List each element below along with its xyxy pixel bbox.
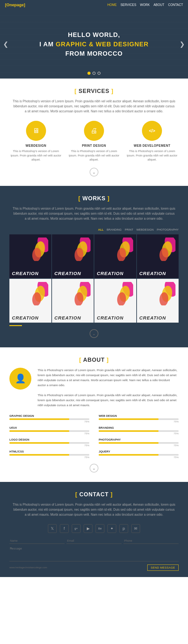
scroll-down-icon[interactable]: ⌄ [90, 168, 98, 176]
about-text: This is Photoshop's version of Lorem ips… [38, 368, 179, 408]
nav-links: HOME SERVICES WORK ABOUT CONTACT [107, 3, 183, 7]
works-desc: This is Photoshop's version of Lorem Ips… [13, 206, 175, 221]
filter-branding[interactable]: BRANDING [107, 228, 122, 231]
work-label: CREATION [55, 315, 81, 320]
work-item[interactable]: CREATION [94, 279, 136, 323]
work-item[interactable]: CREATION [137, 234, 179, 278]
contact-social: 𝕏 f g+ ▶ Be ✦ 𝕡 ✉ [9, 524, 179, 533]
work-item[interactable]: CREATION [52, 234, 94, 278]
social-dribbble[interactable]: ✦ [107, 524, 116, 533]
service-icon-print: 🖨 [84, 121, 104, 141]
hero-arrow-right[interactable]: ❯ [180, 40, 185, 48]
hero-heading: HELLO WORLD, I AM GRAPHIC & WEB DESIGNER… [39, 30, 149, 58]
social-facebook[interactable]: f [60, 524, 69, 533]
works-scroll-icon[interactable]: ⌄ [90, 329, 98, 338]
work-item[interactable]: CREATION [9, 279, 51, 323]
service-desc-webdev: This is Photoshop's version of Lorem ips… [126, 149, 179, 162]
social-pinterest[interactable]: 𝕡 [119, 524, 128, 533]
contact-url: www.heritagechristiancollege.com [9, 566, 47, 569]
skill-html-css: HTML/CSS 75% [9, 450, 89, 459]
skill-logo-design: LOGO DESIGN 75% [9, 438, 89, 447]
service-desc-print: This is Photoshop's version of Lorem ips… [67, 149, 120, 162]
work-label: CREATION [97, 315, 123, 320]
contact-message-input[interactable] [9, 546, 179, 561]
work-item[interactable]: CREATION [52, 279, 94, 323]
work-label: CREATION [97, 271, 123, 276]
service-name-print: PRINT DESIGN [67, 144, 120, 147]
skill-branding: BRANDING 75% [99, 426, 179, 435]
services-section: [ SERVICES ] This is Photoshop's version… [0, 79, 188, 186]
about-section: [ ABOUT ] 👤 This is Photoshop's version … [0, 347, 188, 482]
service-name-webdesign: WEBDESIGN [9, 144, 62, 147]
nav-services[interactable]: SERVICES [120, 3, 136, 7]
hero-dot-2[interactable] [92, 72, 96, 75]
social-behance[interactable]: Be [96, 524, 104, 533]
contact-fields-row [9, 538, 179, 544]
nav-contact[interactable]: CONTACT [168, 3, 183, 7]
skill-jquery: JQUERY 75% [99, 450, 179, 459]
filter-webdesign[interactable]: WEBDESIGN [136, 228, 154, 231]
services-scroll-down[interactable]: ⌄ [9, 168, 179, 176]
filter-photography[interactable]: PHOTOGRAPHY [157, 228, 179, 231]
skill-graphic-design: GRAPHIC DESIGN 75% [9, 414, 89, 423]
nav-home[interactable]: HOME [107, 3, 117, 7]
contact-email-input[interactable] [66, 538, 122, 544]
services-desc: This is Photoshop's version of Lorem Ips… [13, 99, 175, 114]
service-icon-webdev: </> [142, 121, 162, 141]
service-name-webdev: WEB DEVELOPEMENT [126, 144, 179, 147]
send-button[interactable]: SEND MESSAGE [147, 565, 179, 571]
contact-section: [ CONTACT ] This is Photoshop's version … [0, 482, 188, 577]
bracket-open: [ [75, 88, 79, 94]
service-icon-webdesign: 🖥 [26, 121, 46, 141]
work-item[interactable]: CREATION [94, 234, 136, 278]
nav-work[interactable]: WORK [140, 3, 150, 7]
social-email[interactable]: ✉ [131, 524, 140, 533]
works-grid: CREATION CREATION CREATION [9, 234, 179, 323]
work-label: CREATION [12, 315, 39, 320]
nav-logo[interactable]: [Onepage] [5, 3, 25, 7]
hero-dot-3[interactable] [97, 72, 101, 75]
contact-phone-input[interactable] [123, 538, 179, 544]
social-twitter[interactable]: 𝕏 [48, 524, 57, 533]
skills-grid: GRAPHIC DESIGN 75% WEB DESIGN 75% UI/UX … [9, 414, 179, 459]
hero-section: ❮ HELLO WORLD, I AM GRAPHIC & WEB DESIGN… [0, 10, 188, 79]
work-label: CREATION [55, 271, 81, 276]
bracket-close: ] [109, 88, 113, 94]
hero-content: HELLO WORLD, I AM GRAPHIC & WEB DESIGNER… [39, 30, 149, 58]
work-label: CREAtION [139, 315, 166, 320]
skill-ui-ux: UI/UX 75% [9, 426, 89, 435]
about-content: 👤 This is Photoshop's version of Lorem i… [9, 368, 179, 408]
filter-all[interactable]: ALL [98, 228, 104, 231]
works-yellow-line [9, 325, 22, 326]
works-scroll-down[interactable]: ⌄ [9, 329, 179, 338]
social-googleplus[interactable]: g+ [72, 524, 81, 533]
filter-print[interactable]: PRINT [125, 228, 133, 231]
service-desc-webdesign: This is Photoshop's version of Lorem ips… [9, 149, 62, 162]
services-title: [ SERVICES ] [9, 88, 179, 95]
contact-form: www.heritagechristiancollege.com SEND ME… [9, 538, 179, 571]
contact-title: [ CONTACT ] [9, 491, 179, 498]
hero-dot-1[interactable] [87, 72, 91, 75]
contact-footer: www.heritagechristiancollege.com SEND ME… [9, 565, 179, 571]
work-item[interactable]: CREATION [9, 234, 51, 278]
hero-highlight: GRAPHIC & WEB DESIGNER [56, 41, 149, 48]
hero-dots [87, 72, 101, 75]
works-filter: ALL BRANDING PRINT WEBDESIGN PHOTOGRAPHY [9, 228, 179, 231]
contact-name-input[interactable] [9, 538, 65, 544]
about-scroll-icon[interactable]: ⌄ [90, 464, 98, 473]
navbar: [Onepage] HOME SERVICES WORK ABOUT CONTA… [0, 0, 188, 10]
service-print: 🖨 PRINT DESIGN This is Photoshop's versi… [67, 121, 120, 162]
social-youtube[interactable]: ▶ [84, 524, 92, 533]
hero-arrow-left[interactable]: ❮ [3, 40, 8, 48]
service-webdesign: 🖥 WEBDESIGN This is Photoshop's version … [9, 121, 62, 162]
about-scroll-down[interactable]: ⌄ [9, 464, 179, 473]
works-title: [ WORKS ] [9, 195, 179, 202]
work-item[interactable]: CREAtION [137, 279, 179, 323]
about-title: [ ABOUT ] [9, 357, 179, 363]
skill-web-design: WEB DESIGN 75% [99, 414, 179, 423]
services-grid: 🖥 WEBDESIGN This is Photoshop's version … [9, 121, 179, 162]
service-webdev: </> WEB DEVELOPEMENT This is Photoshop's… [126, 121, 179, 162]
work-label: CREATION [12, 271, 39, 276]
nav-about[interactable]: ABOUT [154, 3, 164, 7]
work-label: CREATION [139, 271, 166, 276]
